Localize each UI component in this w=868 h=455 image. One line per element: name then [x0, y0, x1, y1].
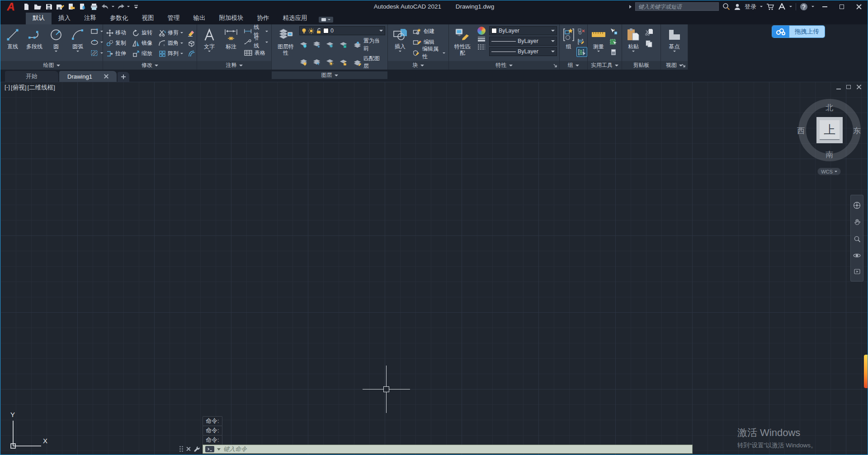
circle-options-chevron-icon[interactable] — [55, 51, 57, 52]
command-prompt-icon[interactable] — [205, 446, 214, 452]
panel-title-properties[interactable]: 特性 — [449, 61, 559, 70]
viewcube-top-face[interactable]: 上 — [816, 117, 843, 143]
line-button[interactable]: 直线 — [3, 26, 23, 60]
match-properties-button[interactable]: 特性匹配 — [451, 26, 474, 60]
viewcube-north[interactable]: 北 — [826, 103, 833, 113]
linetype-icon[interactable] — [477, 44, 486, 50]
group-selection-toggle[interactable] — [576, 47, 587, 57]
panel-title-groups[interactable]: 组 — [560, 61, 587, 70]
insert-chevron-icon[interactable] — [399, 51, 401, 52]
tab-drawing1[interactable]: Drawing1 — [59, 71, 117, 82]
offset-button[interactable] — [187, 50, 197, 58]
customize-wrench-icon[interactable] — [193, 446, 200, 452]
arc-button[interactable]: 圆弧 — [68, 26, 88, 60]
zoom-icon[interactable] — [854, 235, 861, 243]
rotate-button[interactable]: 旋转 — [132, 28, 158, 37]
layer-isolate-icon[interactable] — [312, 41, 321, 48]
view-control[interactable]: [俯视] — [10, 84, 27, 92]
layer-thaw-icon[interactable] — [326, 59, 334, 66]
polyline-button[interactable]: 多段线 — [24, 26, 44, 60]
visual-style-control[interactable]: [二维线框] — [27, 84, 56, 92]
array-button[interactable]: 阵列 — [158, 49, 187, 58]
ellipse-button[interactable] — [90, 37, 104, 47]
redo-options-chevron-icon[interactable] — [127, 6, 130, 7]
search-icon[interactable] — [722, 3, 730, 10]
mirror-button[interactable]: 镜像 — [132, 39, 158, 47]
quick-select-button[interactable] — [609, 26, 618, 36]
arc-options-chevron-icon[interactable] — [76, 51, 79, 52]
new-file-button[interactable] — [21, 2, 31, 12]
layer-select-dropdown[interactable]: 0 — [299, 26, 385, 35]
group-edit-button[interactable] — [576, 37, 587, 47]
panel-title-draw[interactable]: 绘图 — [0, 61, 103, 70]
plot-button[interactable] — [89, 2, 99, 12]
minimize-button[interactable] — [818, 1, 831, 12]
rectangle-button[interactable] — [90, 26, 104, 36]
trim-button[interactable]: 修剪 — [158, 28, 187, 37]
autodesk-a-icon[interactable] — [778, 3, 786, 10]
sign-in-label[interactable]: 登录 — [745, 3, 756, 11]
fillet-button[interactable]: 圆角 — [158, 39, 187, 47]
leader-button[interactable]: 引线 — [243, 37, 269, 47]
make-current-button[interactable]: 置为当前 — [352, 37, 385, 53]
orbit-icon[interactable] — [853, 252, 861, 259]
lineweight-dropdown[interactable]: ByLayer — [489, 37, 557, 46]
panel-title-utilities[interactable]: 实用工具 — [588, 61, 622, 70]
save-as-button[interactable] — [55, 2, 65, 12]
panel-title-annotation[interactable]: 注释 — [197, 61, 271, 70]
tab-featured-apps[interactable]: 精选应用 — [276, 12, 314, 24]
undo-button[interactable] — [100, 2, 110, 12]
open-from-web-button[interactable] — [66, 2, 76, 12]
tab-addins[interactable]: 附加模块 — [212, 12, 250, 24]
close-drawing-tab-icon[interactable] — [104, 74, 108, 79]
tab-start[interactable]: 开始 — [5, 71, 58, 82]
panel-title-layers[interactable]: 图层 — [272, 71, 387, 79]
layer-unlock-row-icon[interactable] — [339, 59, 348, 66]
close-command-window-icon[interactable] — [186, 447, 190, 451]
new-drawing-tab-button[interactable] — [118, 72, 129, 82]
tab-parametric[interactable]: 参数化 — [103, 12, 135, 24]
view-dialog-launcher-icon[interactable] — [682, 64, 686, 68]
autocad-logo-icon[interactable]: A — [0, 0, 21, 13]
move-button[interactable]: 移动 — [105, 28, 132, 37]
panel-title-view[interactable]: 视图 — [661, 61, 688, 70]
viewcube-east[interactable]: 东 — [853, 126, 861, 136]
layer-unisolate-icon[interactable] — [312, 59, 321, 66]
base-chevron-icon[interactable] — [673, 51, 676, 52]
user-icon[interactable] — [734, 3, 741, 10]
autodesk-menu-chevron-icon[interactable] — [789, 6, 792, 7]
navigation-wheel-icon[interactable] — [853, 202, 861, 209]
app-store-cart-icon[interactable] — [766, 3, 774, 10]
viewcube[interactable]: 北 南 西 东 上 — [797, 98, 862, 162]
paste-button[interactable]: 粘贴 — [624, 26, 642, 60]
layer-on-icon[interactable] — [299, 59, 308, 66]
layer-lock-icon[interactable] — [339, 41, 348, 48]
sign-in-chevron-icon[interactable] — [760, 6, 763, 7]
viewcube-south[interactable]: 南 — [826, 150, 833, 160]
panel-title-clipboard[interactable]: 剪贴板 — [622, 61, 660, 70]
drawing-minimize-icon[interactable] — [836, 89, 841, 89]
calculator-button[interactable] — [609, 47, 618, 57]
tab-insert[interactable]: 插入 — [52, 12, 77, 24]
dimension-button[interactable]: 标注 — [221, 26, 241, 60]
panel-title-modify[interactable]: 修改 — [103, 61, 197, 70]
tab-manage[interactable]: 管理 — [161, 12, 187, 24]
recent-commands-chevron-icon[interactable] — [217, 448, 221, 450]
explode-button[interactable] — [187, 39, 197, 47]
tab-output[interactable]: 输出 — [187, 12, 212, 24]
measure-button[interactable]: 测量 — [590, 26, 607, 60]
maximize-button[interactable] — [835, 1, 849, 12]
match-layer-button[interactable]: 匹配图层 — [352, 54, 385, 70]
drawing-restore-icon[interactable] — [846, 85, 851, 89]
layer-off-icon[interactable] — [299, 41, 308, 48]
netdisk-upload-button[interactable]: 拖拽上传 — [772, 26, 825, 38]
wcs-dropdown[interactable]: WCS — [817, 168, 841, 175]
layer-properties-button[interactable]: 图层特性 — [274, 26, 297, 70]
text-chevron-icon[interactable] — [208, 51, 211, 52]
ungroup-button[interactable] — [576, 26, 587, 36]
circle-button[interactable]: 圆 — [46, 26, 66, 60]
open-file-button[interactable] — [33, 2, 42, 12]
search-collapse-icon[interactable] — [629, 5, 632, 9]
show-motion-icon[interactable] — [854, 268, 860, 275]
paste-chevron-icon[interactable] — [632, 51, 635, 52]
